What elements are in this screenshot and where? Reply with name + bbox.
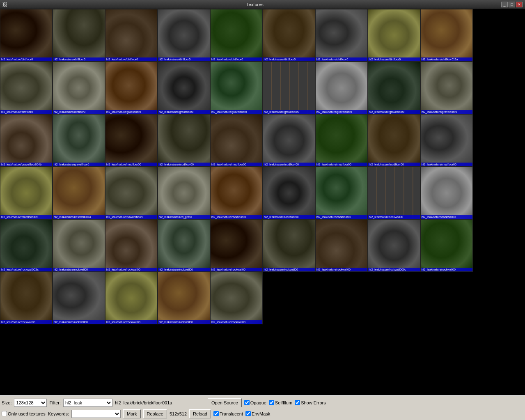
texture-label: hl2_leak/nature/rockfloor00: [316, 215, 367, 219]
texture-cell[interactable]: hl2_leak/nature/rockwall00: [105, 272, 158, 324]
texture-cell[interactable]: hl2_leak/nature/mudfloor00: [368, 114, 420, 167]
texture-cell[interactable]: hl2_leak/nature/gravelfloor0: [263, 62, 315, 114]
texture-label: hl2_leak/nature/rockwall009c: [368, 268, 420, 271]
texture-cell[interactable]: hl2_leak/nature/gravelfloor0: [315, 62, 368, 114]
open-source-button[interactable]: Open Source: [208, 398, 242, 407]
texture-label: hl2_leak/nature/dirtfloor0: [316, 57, 367, 61]
texture-label: hl2_leak/nature/mudfloor00: [368, 163, 420, 166]
texture-label: hl2_leak/nature/grassfloor0: [105, 110, 157, 114]
texture-preview: [0, 272, 52, 324]
texture-cell[interactable]: hl2_leak/nature/dirtfloor0: [158, 9, 210, 62]
texture-cell[interactable]: hl2_leak/nature/dirtfloor0: [315, 9, 368, 62]
texture-cell[interactable]: hl2_leak/nature/rockwall00: [158, 272, 210, 324]
texture-cell[interactable]: hl2_leak/nature/dirtfloor0: [0, 62, 53, 114]
selfillum-checkbox[interactable]: [269, 400, 274, 405]
texture-label: hl2_leak/nature/rockfloor00: [263, 215, 315, 219]
texture-cell[interactable]: hl2_leak/nature/rockfloor00: [315, 167, 368, 219]
minimize-button[interactable]: _: [501, 2, 508, 7]
texture-cell[interactable]: hl2_leak/nature/rockwall00: [210, 272, 263, 324]
texture-cell[interactable]: hl2_leak/nature/mudfloor00: [105, 114, 158, 167]
texture-cell[interactable]: hl2_leak/nature/red_grass: [158, 167, 210, 219]
texture-cell[interactable]: hl2_leak/nature/rockwall00: [368, 167, 420, 219]
texture-cell[interactable]: hl2_leak/nature/gravelfloor0: [210, 62, 263, 114]
texture-label: hl2_leak/nature/grassfloor0: [158, 110, 210, 114]
onlyused-label: Only used textures: [8, 411, 46, 416]
texture-cell[interactable]: hl2_leak/nature/rockwall00: [315, 219, 368, 272]
showerrors-label: Show Errors: [301, 400, 326, 405]
texture-cell[interactable]: hl2_leak/nature/dirtfloor0: [0, 9, 53, 62]
texture-grid[interactable]: hl2_leak/nature/dirtfloor0hl2_leak/natur…: [0, 9, 525, 395]
envmask-checkbox[interactable]: [245, 411, 251, 416]
texture-cell[interactable]: hl2_leak/nature/rockwall009c: [368, 219, 420, 272]
texture-cell[interactable]: hl2_leak/nature/mudfloor00: [210, 114, 263, 167]
texture-label: hl2_leak/nature/gravelfloor0: [316, 110, 367, 114]
texture-label: hl2_leak/nature/dirtfloor0: [53, 110, 105, 114]
texture-cell[interactable]: hl2_leak/nature/rockwall00: [420, 167, 473, 219]
texture-cell[interactable]: hl2_leak/nature/rockwall00: [210, 219, 263, 272]
texture-preview: [421, 62, 472, 114]
replace-button[interactable]: Replace: [143, 409, 167, 418]
texture-cell[interactable]: hl2_leak/nature/dirtfloor0: [210, 9, 263, 62]
texture-cell[interactable]: hl2_leak/nature/rockfloor00: [210, 167, 263, 219]
texture-preview: [368, 115, 420, 166]
texture-cell[interactable]: hl2_leak/nature/rockwall00: [53, 219, 105, 272]
texture-label: hl2_leak/nature/dirtfloor0: [368, 57, 420, 61]
mark-button[interactable]: Mark: [123, 409, 140, 418]
envmask-checkbox-group: EnvMask: [245, 411, 270, 416]
translucent-checkbox[interactable]: [213, 411, 219, 416]
texture-preview: [368, 167, 420, 219]
filter-select[interactable]: hl2_leak: [63, 399, 112, 407]
texture-cell[interactable]: hl2_leak/nature/grassfloor0: [158, 62, 210, 114]
showerrors-checkbox[interactable]: [295, 400, 300, 405]
opaque-label: Opaque: [250, 400, 266, 405]
texture-cell[interactable]: hl2_leak/nature/mudfloor00: [420, 114, 473, 167]
texture-cell[interactable]: hl2_leak/nature/rockwall00: [420, 219, 473, 272]
window-icon: 🖼: [2, 2, 7, 7]
texture-cell[interactable]: hl2_leak/nature/gravelfloor004b: [0, 114, 53, 167]
close-button[interactable]: ✕: [516, 2, 523, 7]
texture-label: hl2_leak/nature/mudfloor00: [316, 163, 367, 166]
texture-cell[interactable]: hl2_leak/nature/rockfloor00: [263, 167, 315, 219]
size-select[interactable]: 128x128 64x64 256x256: [14, 399, 47, 407]
texture-cell[interactable]: hl2_leak/nature/gravelfloor0: [420, 62, 473, 114]
texture-cell[interactable]: hl2_leak/nature/dirtfloor0: [263, 9, 315, 62]
texture-preview: [53, 62, 105, 114]
reload-button[interactable]: Reload: [189, 409, 211, 418]
texture-label: hl2_leak/nature/rockwall00: [368, 215, 420, 219]
texture-cell[interactable]: hl2_leak/nature/dirtfloor011a: [420, 9, 473, 62]
texture-preview: [368, 220, 420, 271]
texture-preview: [105, 9, 157, 61]
texture-cell[interactable]: hl2_leak/nature/mudfloor00: [158, 114, 210, 167]
toolbar-row-1: Size: 128x128 64x64 256x256 Filter: hl2_…: [2, 397, 523, 408]
texture-cell[interactable]: hl2_leak/nature/nestwall001a: [53, 167, 105, 219]
keywords-select[interactable]: [71, 410, 121, 418]
texture-cell[interactable]: hl2_leak/nature/gravelfloor0: [53, 114, 105, 167]
texture-cell[interactable]: hl2_leak/nature/dirtfloor0: [53, 9, 105, 62]
texture-preview: [263, 62, 315, 114]
texture-label: hl2_leak/nature/gravelfloor0: [421, 110, 472, 114]
texture-cell[interactable]: hl2_leak/nature/rockwall00: [158, 219, 210, 272]
texture-preview: [105, 167, 157, 219]
texture-preview: [158, 62, 210, 114]
texture-cell[interactable]: hl2_leak/nature/rockwall00: [53, 272, 105, 324]
texture-cell[interactable]: hl2_leak/nature/rockwall003a: [0, 219, 53, 272]
texture-cell[interactable]: hl2_leak/nature/powderfloor0: [105, 167, 158, 219]
texture-cell[interactable]: hl2_leak/nature/dirtfloor0: [105, 9, 158, 62]
texture-preview: [53, 167, 105, 219]
texture-cell[interactable]: hl2_leak/nature/mudfloor009: [0, 167, 53, 219]
window-title: Textures: [246, 2, 264, 7]
texture-cell[interactable]: hl2_leak/nature/rockwall00: [263, 219, 315, 272]
texture-label: hl2_leak/nature/rockwall00: [158, 320, 210, 324]
texture-cell[interactable]: hl2_leak/nature/mudfloor00: [315, 114, 368, 167]
opaque-checkbox[interactable]: [244, 400, 250, 405]
maximize-button[interactable]: □: [509, 2, 515, 7]
texture-cell[interactable]: hl2_leak/nature/rockwall00: [0, 272, 53, 324]
onlyused-checkbox[interactable]: [2, 411, 7, 416]
texture-cell[interactable]: hl2_leak/nature/dirtfloor0: [53, 62, 105, 114]
texture-cell[interactable]: hl2_leak/nature/rockwall00: [105, 219, 158, 272]
texture-cell[interactable]: hl2_leak/nature/grassfloor0: [105, 62, 158, 114]
texture-cell[interactable]: hl2_leak/nature/gravelfloor0: [368, 62, 420, 114]
texture-label: hl2_leak/nature/red_grass: [158, 215, 210, 219]
texture-cell[interactable]: hl2_leak/nature/dirtfloor0: [368, 9, 420, 62]
texture-cell[interactable]: hl2_leak/nature/mudfloor00: [263, 114, 315, 167]
